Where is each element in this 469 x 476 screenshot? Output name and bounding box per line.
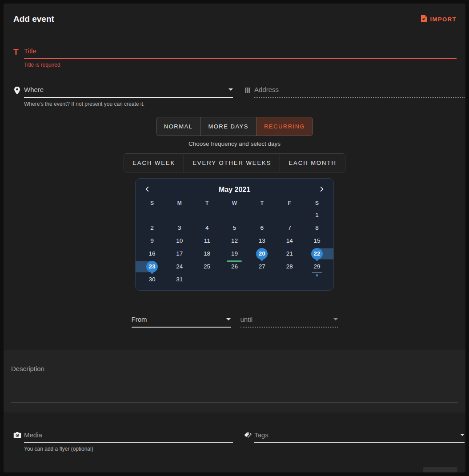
calendar-day-20[interactable]: 20 [248, 247, 276, 260]
address-input[interactable]: Address [254, 86, 465, 98]
calendar-day-number: 26 [231, 263, 238, 270]
calendar-day-number: 13 [259, 237, 265, 244]
calendar-day-15[interactable]: 15 [303, 234, 331, 247]
calendar-day-7[interactable]: 7 [276, 221, 303, 234]
title-field: T Title Title is required [13, 47, 457, 68]
chevron-left-icon [144, 186, 150, 193]
calendar-day-2[interactable]: 2 [138, 221, 166, 234]
until-select[interactable]: until [241, 316, 338, 328]
where-select[interactable]: Where [24, 86, 233, 98]
calendar-day-empty [248, 273, 276, 286]
calendar-day-5[interactable]: 5 [221, 221, 249, 234]
where-address-row: Where Where's the event? If not present … [13, 86, 457, 107]
calendar-day-28[interactable]: 28 [276, 260, 303, 273]
calendar-dow-label: M [166, 198, 193, 208]
media-input[interactable]: Media [24, 431, 233, 443]
calendar-day-number: 23 [148, 263, 155, 270]
import-button[interactable]: IMPORT [421, 15, 457, 24]
calendar-dow-label: S [138, 198, 166, 208]
calendar-day-number: 16 [148, 250, 155, 257]
calendar-day-12[interactable]: 12 [221, 234, 249, 247]
calendar-day-number: 20 [259, 250, 265, 257]
calendar-day-29[interactable]: 29 [303, 260, 331, 273]
calendar-day-25[interactable]: 25 [193, 260, 221, 273]
chevron-down-icon [460, 434, 465, 436]
calendar-day-empty [221, 208, 249, 221]
description-section: Description [4, 350, 465, 412]
tab-each-month[interactable]: EACH MONTH [280, 154, 345, 172]
calendar-day-number: 5 [233, 224, 237, 231]
calendar-day-number: 29 [314, 263, 321, 270]
calendar-day-30[interactable]: 30 [138, 273, 166, 286]
calendar-day-4[interactable]: 4 [193, 221, 221, 234]
chevron-down-icon [226, 318, 231, 320]
tab-each-week[interactable]: EACH WEEK [124, 154, 184, 172]
address-field: Address [244, 86, 465, 107]
calendar-grid: 1234567891011121314151617181920212223242… [138, 208, 331, 286]
calendar-day-11[interactable]: 11 [193, 234, 221, 247]
calendar-day-number: 21 [286, 250, 293, 257]
calendar-dow-label: S [303, 198, 331, 208]
calendar-day-26[interactable]: 26 [221, 260, 249, 273]
calendar-day-22[interactable]: 22 [303, 247, 331, 260]
calendar-next-button[interactable] [319, 186, 325, 193]
calendar-day-empty [221, 273, 249, 286]
tags-select[interactable]: Tags [254, 431, 465, 443]
calendar-month-label: May 2021 [219, 186, 250, 194]
calendar-day-empty [138, 208, 166, 221]
calendar-day-number: 27 [259, 263, 265, 270]
description-textarea[interactable]: Description [11, 365, 458, 403]
calendar-day-empty [193, 208, 221, 221]
chevron-down-icon [228, 88, 233, 91]
calendar-day-23[interactable]: 23 [138, 260, 166, 273]
tab-more-days[interactable]: MORE DAYS [200, 117, 257, 136]
mode-tabs: NORMAL MORE DAYS RECURRING [156, 117, 313, 136]
calendar-prev-button[interactable] [144, 186, 150, 193]
calendar-day-27[interactable]: 27 [248, 260, 276, 273]
calendar-day-headers: SMTWTFS [138, 198, 331, 208]
calendar-day-10[interactable]: 10 [166, 234, 193, 247]
calendar-day-14[interactable]: 14 [276, 234, 303, 247]
calendar-day-number: 15 [314, 237, 321, 244]
until-field: until [241, 316, 338, 328]
calendar-dow-label: T [193, 198, 221, 208]
calendar-day-number: 2 [150, 224, 154, 231]
title-icon: T [13, 47, 24, 56]
calendar-day-21[interactable]: 21 [276, 247, 303, 260]
calendar-day-17[interactable]: 17 [166, 247, 193, 260]
calendar-day-empty [248, 208, 276, 221]
location-pin-icon [13, 86, 24, 95]
calendar-day-24[interactable]: 24 [166, 260, 193, 273]
calendar-day-number: 8 [315, 224, 319, 231]
calendar-day-6[interactable]: 6 [248, 221, 276, 234]
where-placeholder: Where [24, 86, 44, 93]
calendar-day-9[interactable]: 9 [138, 234, 166, 247]
map-icon [244, 86, 254, 94]
from-select[interactable]: From [132, 316, 231, 328]
calendar-day-8[interactable]: 8 [303, 221, 331, 234]
where-field: Where Where's the event? If not present … [13, 86, 233, 107]
calendar-day-number: 11 [204, 237, 210, 244]
tab-every-other-weeks[interactable]: EVERY OTHER WEEKS [184, 154, 280, 172]
calendar-day-number: 10 [176, 237, 183, 244]
calendar-day-19[interactable]: 19 [221, 247, 249, 260]
calendar-day-number: 17 [176, 250, 183, 257]
title-input[interactable]: Title [24, 47, 457, 59]
calendar-day-16[interactable]: 16 [138, 247, 166, 260]
from-field: From [132, 316, 231, 328]
calendar-dow-label: T [248, 198, 276, 208]
send-button[interactable]: SEND [423, 467, 457, 472]
calendar-day-1[interactable]: 1 [303, 208, 331, 221]
calendar-day-number: 24 [176, 263, 183, 270]
tab-normal[interactable]: NORMAL [156, 117, 201, 136]
from-placeholder: From [132, 316, 147, 323]
calendar-day-empty [193, 273, 221, 286]
tab-recurring[interactable]: RECURRING [257, 117, 313, 136]
calendar-day-3[interactable]: 3 [166, 221, 193, 234]
calendar-day-number: 28 [286, 263, 293, 270]
calendar-day-number: 31 [176, 276, 183, 283]
calendar-day-13[interactable]: 13 [248, 234, 276, 247]
calendar-day-31[interactable]: 31 [166, 273, 193, 286]
calendar-day-18[interactable]: 18 [193, 247, 221, 260]
tags-icon [244, 431, 254, 439]
